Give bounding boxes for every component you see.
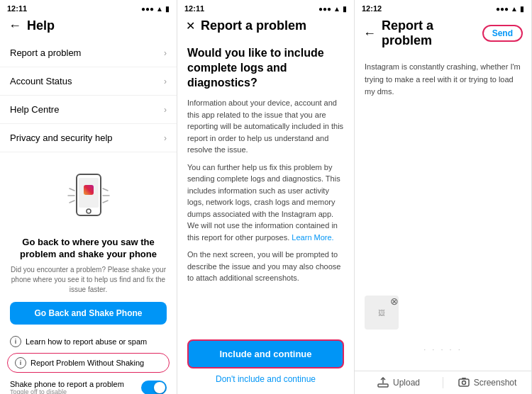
status-time-1: 12:11 <box>7 4 27 13</box>
panel2-footer: Include and continue Don't include and c… <box>177 332 354 394</box>
upload-icon <box>377 377 389 388</box>
header-3: ← Report a problem Send <box>355 14 531 54</box>
go-back-shake-button[interactable]: Go Back and Shake Phone <box>10 302 167 325</box>
svg-point-13 <box>462 381 465 385</box>
panel2-body2: You can further help us fix this problem… <box>187 162 344 244</box>
menu-item-label: Help Centre <box>10 104 59 115</box>
screenshot-label: Screenshot <box>474 378 517 388</box>
phone-illustration <box>0 161 177 237</box>
signal-icon: ●●● <box>318 5 331 13</box>
menu-item-privacy[interactable]: Privacy and security help › <box>0 124 177 152</box>
phone-icon <box>64 171 113 231</box>
toggle-knob <box>154 382 165 393</box>
toggle-label: Shake phone to report a problem <box>10 380 124 388</box>
dotted-area: · · · · · <box>365 335 521 364</box>
svg-line-3 <box>70 188 74 191</box>
panel-1: 12:11 ●●● ▲ ▮ ← Help Report a problem › … <box>0 0 177 394</box>
upload-label: Upload <box>393 378 420 388</box>
toggle-row: Shake phone to report a problem Toggle o… <box>0 374 177 394</box>
battery-icon: ▮ <box>343 5 347 13</box>
learn-abuse-label: Learn how to report abuse or spam <box>26 337 147 346</box>
attachment-thumbnail: 🖼 ⊗ <box>365 296 400 331</box>
panel3-body: Instagram is constantly crashing, whethe… <box>365 61 521 98</box>
back-arrow-icon-3[interactable]: ← <box>363 26 376 41</box>
chevron-icon: › <box>164 77 167 86</box>
svg-rect-14 <box>462 378 466 379</box>
dots: · · · · · <box>423 345 462 354</box>
chevron-icon: › <box>164 133 167 143</box>
signal-icon: ●●● <box>496 5 509 13</box>
wifi-icon: ▲ <box>511 5 518 13</box>
menu-item-report[interactable]: Report a problem › <box>0 39 177 67</box>
screenshot-button[interactable]: Screenshot <box>443 377 531 388</box>
menu-item-label: Privacy and security help <box>10 133 113 143</box>
panel2-body1: Information about your device, account a… <box>187 97 344 156</box>
learn-abuse-row[interactable]: i Learn how to report abuse or spam <box>0 332 177 351</box>
learn-more-link[interactable]: Learn More. <box>292 233 333 242</box>
page-title-3: Report a problem <box>382 18 477 48</box>
info-icon-2: i <box>15 357 26 368</box>
svg-rect-12 <box>459 379 469 386</box>
upload-button[interactable]: Upload <box>355 377 443 388</box>
battery-icon: ▮ <box>520 5 524 13</box>
menu-list: Report a problem › Account Status › Help… <box>0 39 177 152</box>
include-continue-button[interactable]: Include and continue <box>187 339 344 368</box>
send-button[interactable]: Send <box>482 25 523 42</box>
panel-3: 12:12 ●●● ▲ ▮ ← Report a problem Send In… <box>355 0 532 394</box>
panel2-title: Would you like to include complete logs … <box>187 46 344 90</box>
header-2: ✕ Report a problem <box>177 14 354 39</box>
status-icons-2: ●●● ▲ ▮ <box>318 5 347 13</box>
wifi-icon: ▲ <box>156 5 163 13</box>
panel2-content: Would you like to include complete logs … <box>177 39 354 332</box>
svg-rect-10 <box>378 384 388 387</box>
close-icon[interactable]: ✕ <box>186 19 195 33</box>
menu-item-label: Report a problem <box>10 47 81 58</box>
screenshot-icon <box>458 377 470 388</box>
status-bar-3: 12:12 ●●● ▲ ▮ <box>355 0 531 14</box>
report-without-shaking-row[interactable]: i Report Problem Without Shaking <box>7 353 170 373</box>
svg-point-9 <box>87 209 91 213</box>
go-back-title: Go back to where you saw the problem and… <box>10 237 167 261</box>
panel-2: 12:11 ●●● ▲ ▮ ✕ Report a problem Would y… <box>177 0 355 394</box>
status-time-2: 12:11 <box>184 4 204 13</box>
status-bar-2: 12:11 ●●● ▲ ▮ <box>177 0 354 14</box>
remove-attachment-icon[interactable]: ⊗ <box>390 296 399 307</box>
page-title-2: Report a problem <box>201 18 306 33</box>
battery-icon: ▮ <box>165 5 170 13</box>
go-back-section: Go back to where you saw the problem and… <box>0 237 177 332</box>
panel3-content: Instagram is constantly crashing, whethe… <box>355 54 531 288</box>
panel2-body3: On the next screen, you will be prompted… <box>187 249 344 284</box>
back-arrow-icon[interactable]: ← <box>9 18 21 33</box>
status-icons-3: ●●● ▲ ▮ <box>496 5 524 13</box>
wifi-icon: ▲ <box>333 5 340 13</box>
toggle-text: Shake phone to report a problem Toggle o… <box>10 380 124 394</box>
toggle-switch[interactable] <box>141 381 167 394</box>
report-without-shaking-label: Report Problem Without Shaking <box>31 359 144 367</box>
menu-item-account[interactable]: Account Status › <box>0 67 177 96</box>
status-time-3: 12:12 <box>362 4 382 13</box>
info-icon: i <box>10 336 21 347</box>
menu-item-help[interactable]: Help Centre › <box>0 96 177 124</box>
dont-include-link[interactable]: Don't include and continue <box>187 374 344 384</box>
bottom-bar: Upload Screenshot <box>355 371 531 394</box>
page-title-1: Help <box>27 18 55 33</box>
signal-icon: ●●● <box>141 5 154 13</box>
chevron-icon: › <box>164 48 167 58</box>
svg-rect-2 <box>84 185 94 195</box>
svg-line-8 <box>103 201 108 203</box>
status-icons-1: ●●● ▲ ▮ <box>141 5 170 13</box>
chevron-icon: › <box>164 105 167 115</box>
attachment-area: 🖼 ⊗ · · · · · <box>355 288 531 371</box>
svg-line-6 <box>103 188 108 191</box>
go-back-subtitle: Did you encounter a problem? Please shak… <box>10 265 167 295</box>
header-1: ← Help <box>0 14 177 39</box>
svg-line-5 <box>70 201 74 203</box>
toggle-sub: Toggle off to disable <box>10 388 124 394</box>
menu-item-label: Account Status <box>10 76 72 86</box>
header-right: Send <box>482 25 523 42</box>
status-bar-1: 12:11 ●●● ▲ ▮ <box>0 0 177 14</box>
